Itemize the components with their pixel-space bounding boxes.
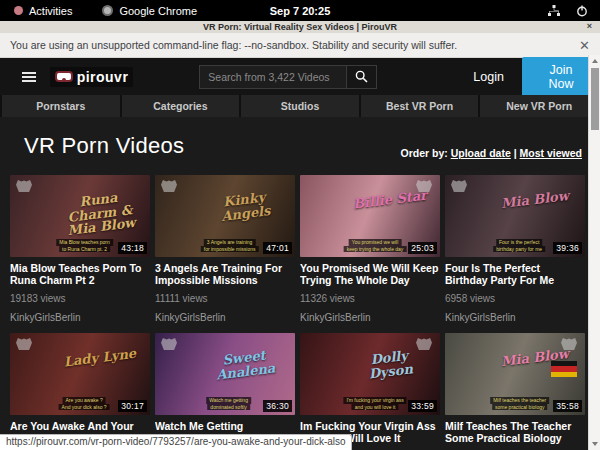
page-content: pirouvr Login Join Now PornstarsCategori… — [0, 58, 600, 450]
studio-link[interactable]: KinkyGirlsBerlin — [445, 312, 585, 323]
thumbnail-caption: Four is the perfectbirthday party for me — [493, 239, 545, 252]
video-card[interactable]: Billie StarYou promised we willkeep tryi… — [300, 175, 440, 323]
vr-goggles-icon — [55, 71, 73, 82]
studio-cat-mask-icon — [451, 179, 467, 192]
duration-badge: 33:59 — [408, 400, 437, 412]
caption-line-2: birthday party for me — [493, 246, 545, 253]
search-button[interactable] — [347, 65, 377, 89]
order-most-viewed-link[interactable]: Most viewed — [520, 147, 582, 159]
system-top-bar: Activities Google Chrome Sep 7 20:25 — [0, 0, 600, 21]
video-card[interactable]: Dolly DysonI'm fucking your virgin assan… — [300, 333, 440, 450]
caption-line-2: for impossible missions — [201, 246, 259, 253]
video-thumbnail[interactable]: Sweet AnalenaWatch me gettingdominated s… — [155, 333, 295, 415]
video-card[interactable]: Mia BlowMilf teaches the teachersome pra… — [445, 333, 585, 450]
video-title-link[interactable]: 3 Angels Are Training For Impossible Mis… — [155, 262, 295, 287]
page-title: VR Porn Videos — [24, 133, 184, 159]
thumbnail-performer-name: Billie Star — [347, 188, 432, 212]
menu-item-studios[interactable]: Studios — [241, 95, 359, 117]
status-url: https://pirouvr.com/vr-porn-video/779325… — [6, 436, 346, 447]
video-thumbnail[interactable]: Kinky Angels3 Angels are trainingfor imp… — [155, 175, 295, 257]
activities-button[interactable]: Activities — [14, 5, 72, 17]
studio-link[interactable]: KinkyGirlsBerlin — [155, 312, 295, 323]
view-count: 11326 views — [300, 293, 440, 304]
studio-link[interactable]: KinkyGirlsBerlin — [10, 312, 150, 323]
login-link[interactable]: Login — [473, 70, 504, 84]
video-thumbnail[interactable]: Lady LyneAre you awake ?And your dick al… — [10, 333, 150, 415]
thumbnail-performer-name: Mia Blow — [492, 188, 577, 212]
scroll-up-icon[interactable] — [592, 59, 598, 63]
video-card[interactable]: Sweet AnalenaWatch me gettingdominated s… — [155, 333, 295, 450]
order-by: Order by: Upload date | Most viewed — [401, 147, 583, 159]
app-name-label: Google Chrome — [119, 5, 197, 17]
video-card[interactable]: Runa Charm & Mia BlowMia Blow teaches po… — [10, 175, 150, 323]
menu-item-pornstars[interactable]: Pornstars — [2, 95, 120, 117]
video-card[interactable]: Kinky Angels3 Angels are trainingfor imp… — [155, 175, 295, 323]
thumbnail-performer-name: Dolly Dyson — [346, 346, 433, 383]
video-thumbnail[interactable]: Dolly DysonI'm fucking your virgin assan… — [300, 333, 440, 415]
video-title-link[interactable]: Four Is The Perfect Birthday Party For M… — [445, 262, 585, 287]
thumbnail-performer-name: Runa Charm & Mia Blow — [55, 188, 143, 239]
page-header: VR Porn Videos Order by: Upload date | M… — [0, 117, 600, 163]
caption-line-2: keep trying the whole day — [344, 246, 407, 253]
thumbnail-performer-name: Sweet Analena — [201, 346, 288, 383]
video-title-link[interactable]: You Promised We Will Keep Trying The Who… — [300, 262, 440, 287]
thumbnail-performer-name: Lady Lyne — [57, 346, 142, 370]
video-thumbnail[interactable]: Runa Charm & Mia BlowMia Blow teaches po… — [10, 175, 150, 257]
activities-label: Activities — [29, 5, 72, 17]
thumbnail-caption: Are you awake ?And your dick also ? — [59, 397, 110, 410]
clock[interactable]: Sep 7 20:25 — [270, 5, 331, 17]
main-menu: PornstarsCategoriesStudiosBest VR PornNe… — [0, 95, 600, 117]
site-navbar: pirouvr Login Join Now — [0, 58, 600, 95]
browser-tab-bar[interactable]: VR Porn: Virtual Reality Sex Videos | Pi… — [0, 21, 600, 33]
tab-close-icon[interactable]: × — [587, 21, 592, 31]
site-logo[interactable]: pirouvr — [50, 67, 134, 87]
video-grid: Runa Charm & Mia BlowMia Blow teaches po… — [10, 175, 588, 450]
logo-text: pirouvr — [77, 69, 129, 85]
caption-line-2: dominated softly — [207, 404, 249, 411]
view-count: 19183 views — [10, 293, 150, 304]
thumbnail-caption: Watch me gettingdominated softly — [206, 397, 251, 410]
menu-item-best-vr-porn[interactable]: Best VR Porn — [361, 95, 479, 117]
view-count: 6958 views — [445, 293, 585, 304]
order-upload-date-link[interactable]: Upload date — [451, 147, 511, 159]
video-title-link[interactable]: Mia Blow Teaches Porn To Runa Charm Pt 2 — [10, 262, 150, 287]
thumbnail-caption: Milf teaches the teachersome practical b… — [490, 397, 549, 410]
video-thumbnail[interactable]: Mia BlowFour is the perfectbirthday part… — [445, 175, 585, 257]
thumbnail-caption: Mia Blow teaches pornto Runa Charm pt. 2 — [56, 239, 113, 252]
hamburger-menu-icon[interactable] — [22, 70, 36, 84]
scroll-down-icon[interactable] — [592, 442, 598, 446]
menu-item-new-vr-porn[interactable]: New VR Porn — [480, 95, 598, 117]
thumbnail-caption: 3 Angels are trainingfor impossible miss… — [201, 239, 259, 252]
caption-line-2: to Runa Charm pt. 2 — [59, 246, 110, 253]
search-icon — [355, 70, 368, 83]
video-title-link[interactable]: Milf Teaches The Teacher Some Practical … — [445, 420, 585, 445]
menu-item-categories[interactable]: Categories — [122, 95, 240, 117]
studio-cat-mask-icon — [161, 337, 177, 350]
duration-badge: 36:30 — [263, 400, 292, 412]
vertical-scrollbar[interactable] — [588, 55, 600, 450]
caption-line-2: And your dick also ? — [59, 404, 110, 411]
network-icon[interactable] — [548, 5, 560, 17]
order-by-label: Order by: — [401, 147, 448, 159]
duration-badge: 39:36 — [553, 242, 582, 254]
app-menu-button[interactable]: Google Chrome — [102, 5, 197, 17]
german-flag-icon — [551, 361, 577, 377]
recording-indicator-icon — [14, 6, 23, 15]
scrollbar-thumb[interactable] — [591, 68, 599, 130]
infobar-close-icon[interactable]: ✕ — [579, 39, 590, 52]
thumbnail-caption: You promised we willkeep trying the whol… — [344, 239, 407, 252]
search-input[interactable] — [199, 65, 347, 89]
power-icon[interactable] — [576, 5, 588, 17]
infobar-message: You are using an unsupported command-lin… — [10, 39, 457, 51]
studio-cat-mask-icon — [16, 337, 32, 350]
chrome-infobar: You are using an unsupported command-lin… — [0, 33, 600, 58]
video-card[interactable]: Lady LyneAre you awake ?And your dick al… — [10, 333, 150, 450]
caption-line-2: and you will love it — [352, 404, 399, 411]
studio-link[interactable]: KinkyGirlsBerlin — [300, 312, 440, 323]
video-card[interactable]: Mia BlowFour is the perfectbirthday part… — [445, 175, 585, 323]
thumbnail-caption: I'm fucking your virgin assand you will … — [343, 397, 406, 410]
video-thumbnail[interactable]: Mia BlowMilf teaches the teachersome pra… — [445, 333, 585, 415]
video-thumbnail[interactable]: Billie StarYou promised we willkeep tryi… — [300, 175, 440, 257]
studio-cat-mask-icon — [16, 179, 32, 192]
thumbnail-performer-name: Kinky Angels — [201, 188, 288, 225]
